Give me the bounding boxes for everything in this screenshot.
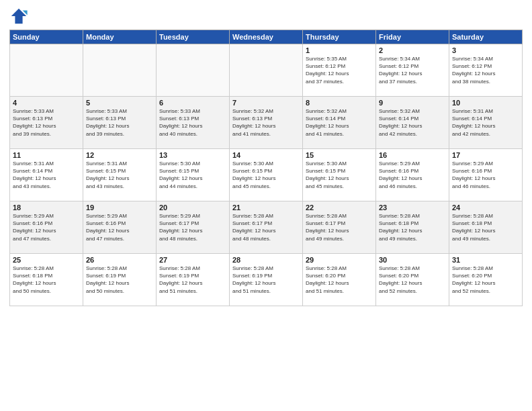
day-number: 28 xyxy=(232,256,300,264)
day-info: Sunrise: 5:30 AMSunset: 6:15 PMDaylight:… xyxy=(232,160,300,190)
logo xyxy=(9,7,31,26)
calendar-cell: 16Sunrise: 5:29 AMSunset: 6:16 PMDayligh… xyxy=(376,149,449,201)
day-info: Sunrise: 5:28 AMSunset: 6:17 PMDaylight:… xyxy=(306,212,373,242)
day-number: 11 xyxy=(13,151,80,159)
calendar-cell: 27Sunrise: 5:28 AMSunset: 6:19 PMDayligh… xyxy=(157,254,230,306)
day-info: Sunrise: 5:28 AMSunset: 6:20 PMDaylight:… xyxy=(452,265,519,295)
calendar-cell: 12Sunrise: 5:31 AMSunset: 6:15 PMDayligh… xyxy=(83,149,157,201)
day-number: 25 xyxy=(13,256,80,264)
calendar-cell: 1Sunrise: 5:35 AMSunset: 6:12 PMDaylight… xyxy=(303,44,376,97)
calendar-cell: 23Sunrise: 5:28 AMSunset: 6:18 PMDayligh… xyxy=(376,201,449,254)
calendar-cell: 28Sunrise: 5:28 AMSunset: 6:19 PMDayligh… xyxy=(230,254,303,306)
col-header-sunday: Sunday xyxy=(10,30,83,44)
calendar-cell: 17Sunrise: 5:29 AMSunset: 6:16 PMDayligh… xyxy=(449,149,523,201)
calendar-cell: 6Sunrise: 5:33 AMSunset: 6:13 PMDaylight… xyxy=(157,97,230,149)
calendar-cell: 7Sunrise: 5:32 AMSunset: 6:13 PMDaylight… xyxy=(230,97,303,149)
day-info: Sunrise: 5:28 AMSunset: 6:19 PMDaylight:… xyxy=(232,265,300,295)
day-number: 14 xyxy=(232,151,300,159)
day-info: Sunrise: 5:29 AMSunset: 6:16 PMDaylight:… xyxy=(379,160,446,190)
calendar-cell: 10Sunrise: 5:31 AMSunset: 6:14 PMDayligh… xyxy=(449,97,523,149)
col-header-monday: Monday xyxy=(83,30,157,44)
day-info: Sunrise: 5:33 AMSunset: 6:13 PMDaylight:… xyxy=(13,107,80,138)
calendar-cell: 26Sunrise: 5:28 AMSunset: 6:19 PMDayligh… xyxy=(83,254,157,306)
day-number: 22 xyxy=(306,203,373,212)
calendar-cell: 21Sunrise: 5:28 AMSunset: 6:17 PMDayligh… xyxy=(230,201,303,254)
day-number: 27 xyxy=(159,256,226,264)
col-header-saturday: Saturday xyxy=(449,30,523,44)
calendar-cell: 9Sunrise: 5:32 AMSunset: 6:14 PMDaylight… xyxy=(376,97,449,149)
day-info: Sunrise: 5:28 AMSunset: 6:19 PMDaylight:… xyxy=(86,265,153,295)
calendar-week-row: 11Sunrise: 5:31 AMSunset: 6:14 PMDayligh… xyxy=(10,149,523,201)
day-info: Sunrise: 5:31 AMSunset: 6:14 PMDaylight:… xyxy=(13,160,80,190)
calendar-week-row: 25Sunrise: 5:28 AMSunset: 6:18 PMDayligh… xyxy=(10,254,523,306)
calendar-cell: 29Sunrise: 5:28 AMSunset: 6:20 PMDayligh… xyxy=(303,254,376,306)
day-number: 10 xyxy=(452,99,519,107)
day-number: 7 xyxy=(232,99,300,107)
day-number: 8 xyxy=(306,99,373,107)
col-header-tuesday: Tuesday xyxy=(157,30,230,44)
day-info: Sunrise: 5:33 AMSunset: 6:13 PMDaylight:… xyxy=(159,107,226,138)
day-number: 12 xyxy=(86,151,153,159)
day-info: Sunrise: 5:29 AMSunset: 6:17 PMDaylight:… xyxy=(159,212,226,242)
day-number: 13 xyxy=(159,151,226,159)
calendar-cell xyxy=(10,44,83,97)
calendar: SundayMondayTuesdayWednesdayThursdayFrid… xyxy=(9,30,523,306)
calendar-week-row: 1Sunrise: 5:35 AMSunset: 6:12 PMDaylight… xyxy=(10,44,523,97)
calendar-week-row: 4Sunrise: 5:33 AMSunset: 6:13 PMDaylight… xyxy=(10,97,523,149)
day-info: Sunrise: 5:34 AMSunset: 6:12 PMDaylight:… xyxy=(379,55,446,85)
calendar-cell: 8Sunrise: 5:32 AMSunset: 6:14 PMDaylight… xyxy=(303,97,376,149)
day-number: 19 xyxy=(86,203,153,212)
day-info: Sunrise: 5:31 AMSunset: 6:15 PMDaylight:… xyxy=(86,160,153,190)
day-info: Sunrise: 5:31 AMSunset: 6:14 PMDaylight:… xyxy=(452,107,519,138)
calendar-cell: 2Sunrise: 5:34 AMSunset: 6:12 PMDaylight… xyxy=(376,44,449,97)
day-number: 5 xyxy=(86,99,153,107)
day-number: 30 xyxy=(379,256,446,264)
calendar-cell: 31Sunrise: 5:28 AMSunset: 6:20 PMDayligh… xyxy=(449,254,523,306)
calendar-cell: 20Sunrise: 5:29 AMSunset: 6:17 PMDayligh… xyxy=(157,201,230,254)
calendar-cell: 22Sunrise: 5:28 AMSunset: 6:17 PMDayligh… xyxy=(303,201,376,254)
calendar-cell: 4Sunrise: 5:33 AMSunset: 6:13 PMDaylight… xyxy=(10,97,83,149)
calendar-cell: 24Sunrise: 5:28 AMSunset: 6:18 PMDayligh… xyxy=(449,201,523,254)
col-header-friday: Friday xyxy=(376,30,449,44)
header xyxy=(9,7,523,26)
calendar-cell: 30Sunrise: 5:28 AMSunset: 6:20 PMDayligh… xyxy=(376,254,449,306)
calendar-week-row: 18Sunrise: 5:29 AMSunset: 6:16 PMDayligh… xyxy=(10,201,523,254)
day-info: Sunrise: 5:28 AMSunset: 6:20 PMDaylight:… xyxy=(379,265,446,295)
day-info: Sunrise: 5:28 AMSunset: 6:17 PMDaylight:… xyxy=(232,212,300,242)
day-number: 2 xyxy=(379,46,446,54)
logo-icon xyxy=(9,7,28,26)
calendar-cell xyxy=(83,44,157,97)
day-info: Sunrise: 5:34 AMSunset: 6:12 PMDaylight:… xyxy=(452,55,519,85)
day-number: 18 xyxy=(13,203,80,212)
day-info: Sunrise: 5:30 AMSunset: 6:15 PMDaylight:… xyxy=(306,160,373,190)
col-header-thursday: Thursday xyxy=(303,30,376,44)
calendar-cell: 14Sunrise: 5:30 AMSunset: 6:15 PMDayligh… xyxy=(230,149,303,201)
day-info: Sunrise: 5:28 AMSunset: 6:18 PMDaylight:… xyxy=(13,265,80,295)
day-info: Sunrise: 5:32 AMSunset: 6:14 PMDaylight:… xyxy=(379,107,446,138)
day-number: 15 xyxy=(306,151,373,159)
day-number: 20 xyxy=(159,203,226,212)
day-info: Sunrise: 5:33 AMSunset: 6:13 PMDaylight:… xyxy=(86,107,153,138)
day-number: 3 xyxy=(452,46,519,54)
col-header-wednesday: Wednesday xyxy=(230,30,303,44)
calendar-header-row: SundayMondayTuesdayWednesdayThursdayFrid… xyxy=(10,30,523,44)
calendar-cell: 13Sunrise: 5:30 AMSunset: 6:15 PMDayligh… xyxy=(157,149,230,201)
day-info: Sunrise: 5:29 AMSunset: 6:16 PMDaylight:… xyxy=(452,160,519,190)
calendar-cell: 15Sunrise: 5:30 AMSunset: 6:15 PMDayligh… xyxy=(303,149,376,201)
day-info: Sunrise: 5:32 AMSunset: 6:14 PMDaylight:… xyxy=(306,107,373,138)
day-info: Sunrise: 5:28 AMSunset: 6:19 PMDaylight:… xyxy=(159,265,226,295)
calendar-cell xyxy=(230,44,303,97)
day-info: Sunrise: 5:30 AMSunset: 6:15 PMDaylight:… xyxy=(159,160,226,190)
calendar-cell: 25Sunrise: 5:28 AMSunset: 6:18 PMDayligh… xyxy=(10,254,83,306)
calendar-cell: 19Sunrise: 5:29 AMSunset: 6:16 PMDayligh… xyxy=(83,201,157,254)
day-number: 21 xyxy=(232,203,300,212)
day-number: 31 xyxy=(452,256,519,264)
day-info: Sunrise: 5:28 AMSunset: 6:18 PMDaylight:… xyxy=(379,212,446,242)
calendar-cell xyxy=(157,44,230,97)
day-number: 4 xyxy=(13,99,80,107)
calendar-cell: 3Sunrise: 5:34 AMSunset: 6:12 PMDaylight… xyxy=(449,44,523,97)
day-info: Sunrise: 5:32 AMSunset: 6:13 PMDaylight:… xyxy=(232,107,300,138)
calendar-cell: 11Sunrise: 5:31 AMSunset: 6:14 PMDayligh… xyxy=(10,149,83,201)
day-number: 16 xyxy=(379,151,446,159)
day-number: 26 xyxy=(86,256,153,264)
